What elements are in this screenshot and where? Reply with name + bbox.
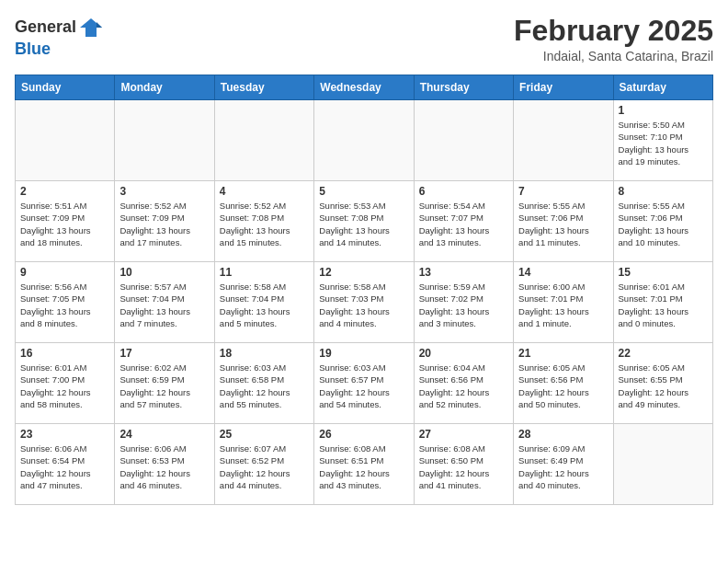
calendar-week-4: 23Sunrise: 6:06 AM Sunset: 6:54 PM Dayli… [16, 424, 713, 505]
day-info: Sunrise: 6:06 AM Sunset: 6:54 PM Dayligh… [20, 442, 109, 491]
calendar-cell: 28Sunrise: 6:09 AM Sunset: 6:49 PM Dayli… [514, 424, 613, 505]
calendar-cell: 3Sunrise: 5:52 AM Sunset: 7:09 PM Daylig… [115, 181, 214, 262]
day-info: Sunrise: 6:07 AM Sunset: 6:52 PM Dayligh… [220, 442, 309, 491]
calendar-cell: 13Sunrise: 5:59 AM Sunset: 7:02 PM Dayli… [414, 262, 513, 343]
day-info: Sunrise: 5:53 AM Sunset: 7:08 PM Dayligh… [319, 200, 408, 248]
calendar-cell: 23Sunrise: 6:06 AM Sunset: 6:54 PM Dayli… [16, 424, 115, 505]
calendar-cell: 10Sunrise: 5:57 AM Sunset: 7:04 PM Dayli… [115, 262, 214, 343]
calendar-table: SundayMondayTuesdayWednesdayThursdayFrid… [15, 75, 713, 505]
logo-general: General [15, 18, 76, 37]
calendar-weekday-wednesday: Wednesday [314, 75, 414, 100]
day-number: 20 [419, 347, 508, 360]
calendar-week-3: 16Sunrise: 6:01 AM Sunset: 7:00 PM Dayli… [16, 343, 713, 424]
day-info: Sunrise: 6:08 AM Sunset: 6:50 PM Dayligh… [419, 442, 508, 491]
day-number: 2 [20, 185, 109, 198]
day-number: 4 [220, 185, 309, 198]
logo: General Blue [15, 15, 104, 59]
day-number: 16 [20, 347, 109, 360]
location: Indaial, Santa Catarina, Brazil [514, 49, 713, 63]
day-info: Sunrise: 6:08 AM Sunset: 6:51 PM Dayligh… [319, 442, 408, 491]
calendar-cell: 24Sunrise: 6:06 AM Sunset: 6:53 PM Dayli… [115, 424, 214, 505]
day-number: 12 [319, 266, 408, 279]
day-info: Sunrise: 5:57 AM Sunset: 7:04 PM Dayligh… [119, 281, 209, 329]
day-number: 1 [619, 104, 708, 117]
month-title: February 2025 [514, 15, 713, 47]
day-number: 10 [119, 266, 209, 279]
day-info: Sunrise: 6:09 AM Sunset: 6:49 PM Dayligh… [518, 442, 608, 491]
title-block: February 2025 Indaial, Santa Catarina, B… [514, 15, 713, 63]
calendar-cell: 6Sunrise: 5:54 AM Sunset: 7:07 PM Daylig… [414, 181, 513, 262]
day-info: Sunrise: 6:03 AM Sunset: 6:57 PM Dayligh… [319, 362, 408, 410]
calendar-cell: 17Sunrise: 6:02 AM Sunset: 6:59 PM Dayli… [115, 343, 214, 424]
calendar-weekday-monday: Monday [115, 75, 214, 100]
day-number: 5 [319, 185, 408, 198]
day-info: Sunrise: 5:50 AM Sunset: 7:10 PM Dayligh… [619, 119, 708, 167]
day-number: 27 [419, 428, 508, 441]
day-info: Sunrise: 6:03 AM Sunset: 6:58 PM Dayligh… [220, 362, 309, 410]
day-info: Sunrise: 6:02 AM Sunset: 6:59 PM Dayligh… [119, 362, 209, 410]
calendar-header-row: SundayMondayTuesdayWednesdayThursdayFrid… [16, 75, 713, 100]
day-info: Sunrise: 5:56 AM Sunset: 7:05 PM Dayligh… [20, 281, 109, 329]
calendar-cell: 1Sunrise: 5:50 AM Sunset: 7:10 PM Daylig… [613, 100, 712, 181]
calendar-week-0: 1Sunrise: 5:50 AM Sunset: 7:10 PM Daylig… [16, 100, 713, 181]
calendar-cell [514, 100, 613, 181]
calendar-cell: 2Sunrise: 5:51 AM Sunset: 7:09 PM Daylig… [16, 181, 115, 262]
day-number: 6 [419, 185, 508, 198]
calendar-cell [414, 100, 513, 181]
day-number: 18 [220, 347, 309, 360]
day-number: 9 [20, 266, 109, 279]
day-number: 11 [220, 266, 309, 279]
calendar-cell [115, 100, 214, 181]
day-number: 25 [220, 428, 309, 441]
day-number: 15 [619, 266, 708, 279]
calendar-cell: 16Sunrise: 6:01 AM Sunset: 7:00 PM Dayli… [16, 343, 115, 424]
calendar-weekday-sunday: Sunday [16, 75, 115, 100]
day-number: 24 [119, 428, 209, 441]
calendar-week-1: 2Sunrise: 5:51 AM Sunset: 7:09 PM Daylig… [16, 181, 713, 262]
day-info: Sunrise: 5:51 AM Sunset: 7:09 PM Dayligh… [20, 200, 109, 248]
day-number: 22 [619, 347, 708, 360]
day-number: 17 [119, 347, 209, 360]
day-info: Sunrise: 6:01 AM Sunset: 7:01 PM Dayligh… [619, 281, 708, 329]
day-info: Sunrise: 5:55 AM Sunset: 7:06 PM Dayligh… [518, 200, 608, 248]
calendar-cell: 14Sunrise: 6:00 AM Sunset: 7:01 PM Dayli… [514, 262, 613, 343]
day-info: Sunrise: 5:52 AM Sunset: 7:09 PM Dayligh… [119, 200, 209, 248]
calendar-cell [214, 100, 313, 181]
calendar-cell: 8Sunrise: 5:55 AM Sunset: 7:06 PM Daylig… [613, 181, 712, 262]
day-number: 3 [119, 185, 209, 198]
day-number: 28 [518, 428, 608, 441]
calendar-cell: 9Sunrise: 5:56 AM Sunset: 7:05 PM Daylig… [16, 262, 115, 343]
day-info: Sunrise: 6:04 AM Sunset: 6:56 PM Dayligh… [419, 362, 508, 410]
calendar-cell: 26Sunrise: 6:08 AM Sunset: 6:51 PM Dayli… [314, 424, 414, 505]
day-number: 21 [518, 347, 608, 360]
calendar-cell: 19Sunrise: 6:03 AM Sunset: 6:57 PM Dayli… [314, 343, 414, 424]
day-info: Sunrise: 5:52 AM Sunset: 7:08 PM Dayligh… [220, 200, 309, 248]
calendar-cell: 7Sunrise: 5:55 AM Sunset: 7:06 PM Daylig… [514, 181, 613, 262]
calendar-weekday-thursday: Thursday [414, 75, 513, 100]
calendar-cell: 22Sunrise: 6:05 AM Sunset: 6:55 PM Dayli… [613, 343, 712, 424]
calendar-cell: 15Sunrise: 6:01 AM Sunset: 7:01 PM Dayli… [613, 262, 712, 343]
calendar-cell: 21Sunrise: 6:05 AM Sunset: 6:56 PM Dayli… [514, 343, 613, 424]
calendar-weekday-saturday: Saturday [613, 75, 712, 100]
calendar-cell [613, 424, 712, 505]
day-number: 23 [20, 428, 109, 441]
calendar-cell: 18Sunrise: 6:03 AM Sunset: 6:58 PM Dayli… [214, 343, 313, 424]
svg-marker-1 [97, 22, 102, 28]
calendar-week-2: 9Sunrise: 5:56 AM Sunset: 7:05 PM Daylig… [16, 262, 713, 343]
calendar-cell: 4Sunrise: 5:52 AM Sunset: 7:08 PM Daylig… [214, 181, 313, 262]
calendar-weekday-friday: Friday [514, 75, 613, 100]
day-info: Sunrise: 5:58 AM Sunset: 7:03 PM Dayligh… [319, 281, 408, 329]
logo-blue: Blue [15, 40, 104, 59]
day-number: 19 [319, 347, 408, 360]
calendar-cell: 12Sunrise: 5:58 AM Sunset: 7:03 PM Dayli… [314, 262, 414, 343]
calendar-cell [314, 100, 414, 181]
day-info: Sunrise: 5:55 AM Sunset: 7:06 PM Dayligh… [619, 200, 708, 248]
day-info: Sunrise: 6:00 AM Sunset: 7:01 PM Dayligh… [518, 281, 608, 329]
day-info: Sunrise: 5:59 AM Sunset: 7:02 PM Dayligh… [419, 281, 508, 329]
day-info: Sunrise: 6:05 AM Sunset: 6:56 PM Dayligh… [518, 362, 608, 410]
day-number: 8 [619, 185, 708, 198]
day-info: Sunrise: 6:06 AM Sunset: 6:53 PM Dayligh… [119, 442, 209, 491]
day-number: 13 [419, 266, 508, 279]
day-number: 26 [319, 428, 408, 441]
calendar-cell: 5Sunrise: 5:53 AM Sunset: 7:08 PM Daylig… [314, 181, 414, 262]
